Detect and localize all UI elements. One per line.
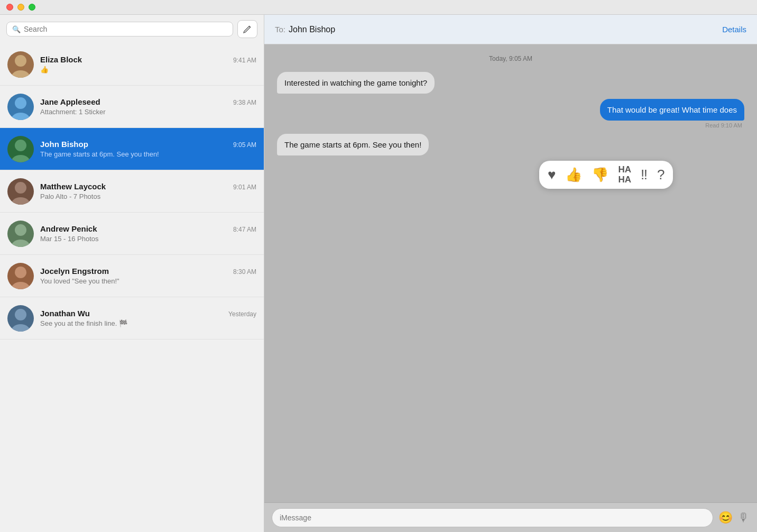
conversation-name: John Bishop	[40, 140, 88, 149]
conversation-item[interactable]: Jonathan WuYesterdaySee you at the finis…	[0, 297, 264, 340]
avatar	[7, 136, 34, 162]
sidebar-header: 🔍	[0, 15, 264, 43]
conversation-preview: Attachment: 1 Sticker	[40, 108, 256, 116]
conversation-preview: Mar 15 - 16 Photos	[40, 235, 256, 243]
minimize-button[interactable]	[17, 4, 24, 11]
haha-tapback[interactable]: HA HA	[618, 165, 631, 185]
conversation-time: 9:05 AM	[233, 141, 256, 149]
conversation-info: Andrew Penick8:47 AMMar 15 - 16 Photos	[40, 224, 256, 243]
conversation-time: 8:30 AM	[233, 268, 256, 276]
avatar	[7, 305, 34, 332]
conversation-item[interactable]: Andrew Penick8:47 AMMar 15 - 16 Photos	[0, 213, 264, 255]
conversation-preview: You loved "See you then!"	[40, 277, 256, 285]
svg-point-16	[15, 267, 26, 278]
conversation-list: Eliza Block9:41 AM👍Jane Appleseed9:38 AM…	[0, 43, 264, 532]
conversation-info: Jonathan WuYesterdaySee you at the finis…	[40, 309, 256, 327]
conversation-name: Jonathan Wu	[40, 309, 90, 318]
avatar	[7, 263, 34, 289]
title-bar	[0, 0, 757, 15]
svg-point-13	[15, 224, 26, 236]
message-input-area: 😊 🎙	[264, 502, 757, 532]
svg-point-7	[15, 140, 26, 151]
conversation-item[interactable]: John Bishop9:05 AMThe game starts at 6pm…	[0, 128, 264, 170]
message-row: Interested in watching the game tonight?	[277, 72, 744, 94]
conversation-item[interactable]: Jane Appleseed9:38 AMAttachment: 1 Stick…	[0, 86, 264, 128]
heart-tapback[interactable]: ♥	[548, 167, 556, 183]
compose-button[interactable]	[237, 20, 257, 38]
conversation-name: Matthew Laycock	[40, 182, 106, 191]
tapback-panel: ♥👍👎HA HA‼?	[539, 161, 673, 189]
sidebar: 🔍 Eliza Block9:41 AM👍Jane Appleseed9:38 …	[0, 15, 264, 532]
mic-button[interactable]: 🎙	[738, 511, 750, 525]
maximize-button[interactable]	[29, 4, 35, 11]
message-bubble[interactable]: The game starts at 6pm. See you then!	[277, 134, 429, 155]
search-icon: 🔍	[12, 25, 21, 33]
close-button[interactable]	[6, 4, 13, 11]
search-input[interactable]	[24, 25, 227, 33]
exclaim-tapback[interactable]: ‼	[641, 167, 648, 183]
emoji-icon: 😊	[718, 511, 733, 524]
conversation-info: Eliza Block9:41 AM👍	[40, 55, 256, 74]
conversation-item[interactable]: Jocelyn Engstrom8:30 AMYou loved "See yo…	[0, 255, 264, 297]
conversation-preview: See you at the finish line. 🏁	[40, 319, 256, 327]
chat-to-label: To:	[275, 25, 285, 34]
avatar	[7, 178, 34, 205]
conversation-time: 9:01 AM	[233, 184, 256, 191]
conversation-time: 9:41 AM	[233, 57, 256, 64]
message-status: Read 9:10 AM	[705, 122, 742, 129]
message-bubble[interactable]: Interested in watching the game tonight?	[277, 72, 435, 94]
conversation-preview: 👍	[40, 66, 256, 74]
chat-recipient-name: John Bishop	[289, 25, 335, 34]
message-row: The game starts at 6pm. See you then!	[277, 134, 744, 155]
avatar	[7, 51, 34, 78]
message-row: That would be great! What time doesRead …	[277, 99, 744, 129]
avatar	[7, 94, 34, 120]
chat-to-line: To: John Bishop	[275, 25, 335, 34]
conversation-preview: The game starts at 6pm. See you then!	[40, 150, 256, 158]
conversation-preview: Palo Alto - 7 Photos	[40, 192, 256, 200]
emoji-button[interactable]: 😊	[718, 511, 733, 525]
mic-icon: 🎙	[738, 511, 750, 524]
conversation-info: Jocelyn Engstrom8:30 AMYou loved "See yo…	[40, 267, 256, 285]
conversation-name: Andrew Penick	[40, 224, 97, 233]
chat-area: To: John Bishop Details Today, 9:05 AM I…	[264, 15, 757, 532]
messages-area: Today, 9:05 AM Interested in watching th…	[264, 44, 757, 502]
message-input[interactable]	[272, 508, 713, 527]
conversation-time: 8:47 AM	[233, 226, 256, 233]
date-divider: Today, 9:05 AM	[277, 55, 744, 62]
thumbsup-tapback[interactable]: 👍	[565, 167, 582, 183]
conversation-time: 9:38 AM	[233, 99, 256, 106]
conversation-info: Matthew Laycock9:01 AMPalo Alto - 7 Phot…	[40, 182, 256, 200]
message-bubble[interactable]: That would be great! What time does	[600, 99, 744, 121]
avatar	[7, 221, 34, 247]
conversation-time: Yesterday	[228, 310, 256, 318]
conversation-info: John Bishop9:05 AMThe game starts at 6pm…	[40, 140, 256, 158]
svg-point-1	[15, 55, 26, 67]
thumbsdown-tapback[interactable]: 👎	[592, 167, 608, 183]
chat-header: To: John Bishop Details	[264, 15, 757, 44]
details-button[interactable]: Details	[722, 25, 746, 34]
conversation-name: Eliza Block	[40, 55, 82, 64]
conversation-name: Jocelyn Engstrom	[40, 267, 109, 276]
conversation-item[interactable]: Matthew Laycock9:01 AMPalo Alto - 7 Phot…	[0, 170, 264, 213]
conversation-info: Jane Appleseed9:38 AMAttachment: 1 Stick…	[40, 97, 256, 116]
question-tapback[interactable]: ?	[657, 167, 664, 183]
svg-point-19	[15, 309, 26, 320]
main-content: 🔍 Eliza Block9:41 AM👍Jane Appleseed9:38 …	[0, 15, 757, 532]
svg-point-10	[15, 182, 26, 194]
svg-point-4	[15, 97, 26, 109]
conversation-name: Jane Appleseed	[40, 97, 100, 106]
search-bar[interactable]: 🔍	[6, 22, 233, 36]
conversation-item[interactable]: Eliza Block9:41 AM👍	[0, 43, 264, 86]
